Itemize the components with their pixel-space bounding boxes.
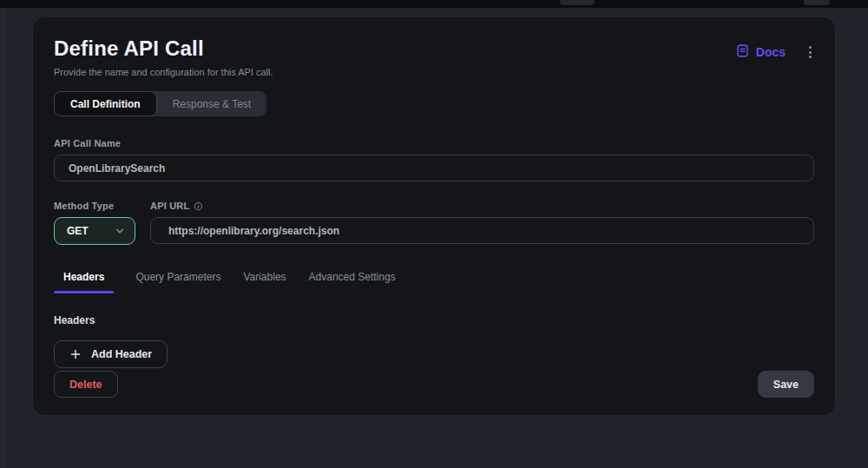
- api-call-name-label: API Call Name: [54, 138, 814, 148]
- info-circle-icon[interactable]: [194, 201, 203, 211]
- topbar-artifact: [560, 0, 595, 5]
- api-url-input[interactable]: [150, 217, 814, 244]
- topbar-artifact: [804, 0, 830, 5]
- api-call-name-input[interactable]: [54, 155, 814, 181]
- method-type-label: Method Type: [54, 201, 135, 211]
- top-tab-group: Call Definition Response & Test: [54, 91, 266, 116]
- method-type-value: GET: [67, 225, 89, 237]
- config-subtabs: Headers Query Parameters Variables Advan…: [54, 271, 814, 293]
- docs-label: Docs: [756, 45, 786, 59]
- api-url-label: API URL: [150, 201, 189, 211]
- page-title: Define API Call: [54, 36, 814, 61]
- headers-section-title: Headers: [54, 314, 814, 326]
- tab-call-definition[interactable]: Call Definition: [54, 91, 157, 116]
- subtab-query-parameters[interactable]: Query Parameters: [135, 271, 221, 293]
- page-subtitle: Provide the name and configuration for t…: [54, 67, 814, 77]
- chevron-down-icon: [114, 225, 126, 237]
- tab-response-and-test[interactable]: Response & Test: [157, 91, 267, 116]
- top-chrome-bar: [0, 0, 868, 8]
- plus-icon: [69, 348, 82, 360]
- subtab-variables[interactable]: Variables: [242, 271, 286, 293]
- kebab-menu-icon[interactable]: [806, 43, 814, 61]
- save-button[interactable]: Save: [758, 371, 814, 398]
- method-type-select[interactable]: GET: [54, 217, 135, 245]
- delete-button[interactable]: Delete: [54, 371, 118, 398]
- define-api-call-panel: Docs Define API Call Provide the name an…: [33, 17, 835, 415]
- subtab-advanced-settings[interactable]: Advanced Settings: [308, 271, 397, 293]
- add-header-label: Add Header: [91, 348, 152, 360]
- document-icon: [735, 43, 750, 61]
- add-header-button[interactable]: Add Header: [54, 340, 168, 368]
- subtab-headers[interactable]: Headers: [54, 271, 114, 293]
- docs-link[interactable]: Docs: [735, 43, 786, 61]
- left-edge-panel: [0, 8, 5, 468]
